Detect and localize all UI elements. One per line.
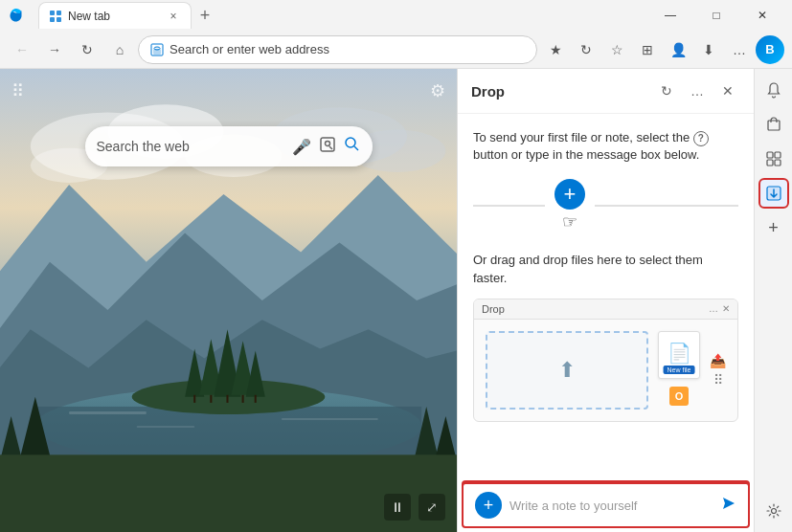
svg-rect-35 xyxy=(69,411,147,414)
search-placeholder: Search the web xyxy=(97,139,284,154)
svg-rect-47 xyxy=(767,152,773,158)
browser-frame: New tab × + — □ ✕ ← → ↻ ⌂ Search or ente… xyxy=(0,0,792,532)
mini-close-icon[interactable]: ✕ xyxy=(722,303,730,314)
browser-controls xyxy=(8,7,25,24)
drop-close-button[interactable]: ✕ xyxy=(715,78,740,103)
svg-rect-37 xyxy=(137,426,195,428)
favorites-button[interactable]: ★ xyxy=(541,35,570,64)
expand-button[interactable]: ⤢ xyxy=(419,494,445,521)
mini-orange-icon: O xyxy=(666,383,692,410)
drag-drop-instruction: Or drag and drop files here to select th… xyxy=(473,252,738,286)
sidebar-bell-button[interactable] xyxy=(758,75,789,105)
close-button[interactable]: ✕ xyxy=(740,0,784,31)
search-icons: 🎤 xyxy=(292,136,361,157)
svg-rect-25 xyxy=(193,395,195,403)
note-send-button[interactable] xyxy=(721,496,736,515)
page-settings-button[interactable]: ⚙ xyxy=(430,80,445,101)
page-bottom-controls: ⏸ ⤢ xyxy=(384,494,445,521)
mini-dashed-drop-area[interactable]: ⬆ xyxy=(486,331,648,410)
drop-add-area: + ☞ xyxy=(473,179,738,233)
drag-text: Or drag and drop files here to select th… xyxy=(473,253,703,284)
sidebar-drop-button[interactable] xyxy=(758,178,789,209)
back-button[interactable]: ← xyxy=(8,35,36,64)
refresh-nav-button[interactable]: ↻ xyxy=(572,35,600,64)
svg-rect-36 xyxy=(282,418,378,420)
svg-rect-6 xyxy=(153,49,161,55)
downloads-button[interactable]: ⬇ xyxy=(694,35,723,64)
svg-rect-2 xyxy=(50,17,55,22)
right-panel: Drop ↻ … ✕ To send your first file or no… xyxy=(457,69,754,532)
new-tab-button[interactable]: + xyxy=(192,2,218,29)
drop-title: Drop xyxy=(471,83,646,100)
search-submit-icon[interactable] xyxy=(344,136,361,157)
title-bar: New tab × + — □ ✕ xyxy=(0,0,792,31)
pause-button[interactable]: ⏸ xyxy=(384,494,411,521)
drop-add-button[interactable]: + xyxy=(554,179,585,210)
svg-rect-3 xyxy=(57,17,61,22)
svg-rect-28 xyxy=(242,395,244,403)
tab-strip: New tab × + xyxy=(31,2,643,29)
instruction-text2: button or type in the message box below. xyxy=(473,147,699,162)
address-text[interactable]: Search or enter web address xyxy=(170,42,525,56)
maximize-button[interactable]: □ xyxy=(694,0,738,31)
drop-body: To send your first file or note, select … xyxy=(458,114,754,478)
mini-drop-body: ⬆ 📄 New file xyxy=(474,320,737,421)
tab-close-btn[interactable]: × xyxy=(166,9,181,24)
svg-marker-45 xyxy=(723,498,735,509)
apps-grid-button[interactable]: ⠿ xyxy=(11,80,24,101)
mini-word-file: 📄 New file xyxy=(658,331,700,379)
svg-rect-1 xyxy=(57,11,61,15)
drop-instruction: To send your first file or note, select … xyxy=(473,129,738,164)
help-circle-icon[interactable]: ? xyxy=(693,131,709,146)
sidebar-shopping-button[interactable] xyxy=(758,109,789,140)
drop-header-icons: ↻ … ✕ xyxy=(654,78,740,103)
sidebar-extensions-button[interactable] xyxy=(758,144,789,174)
svg-point-39 xyxy=(325,142,329,146)
sidebar-add-button[interactable]: + xyxy=(758,212,789,243)
note-input-area[interactable]: + Write a note to yourself xyxy=(462,482,750,528)
mini-drop-title: Drop xyxy=(482,303,701,315)
tab-favicon xyxy=(49,10,62,23)
page-top-left: ⠿ xyxy=(11,80,24,101)
main-content: ⠿ ⚙ Search the web 🎤 xyxy=(0,69,792,532)
voice-search-icon[interactable]: 🎤 xyxy=(292,138,311,156)
active-tab[interactable]: New tab × xyxy=(38,2,192,29)
collections-button[interactable]: ⊞ xyxy=(633,35,662,64)
favorites-star-button[interactable]: ☆ xyxy=(602,35,631,64)
search-bar[interactable]: Search the web 🎤 xyxy=(85,126,373,166)
right-sidebar: + xyxy=(754,69,792,532)
mini-drop-header: Drop … ✕ xyxy=(474,299,737,320)
forward-button[interactable]: → xyxy=(40,35,69,64)
minimize-button[interactable]: — xyxy=(648,0,692,31)
svg-line-42 xyxy=(354,146,358,150)
svg-rect-29 xyxy=(255,395,257,403)
svg-rect-26 xyxy=(210,395,212,403)
drop-more-button[interactable]: … xyxy=(685,78,710,103)
svg-rect-50 xyxy=(775,160,781,166)
new-tab-search-area: Search the web 🎤 xyxy=(85,126,373,166)
nav-right-icons: ★ ↻ ☆ ⊞ 👤 ⬇ … B xyxy=(541,35,784,64)
svg-point-52 xyxy=(771,509,776,514)
visual-search-icon[interactable] xyxy=(319,136,336,157)
note-add-button[interactable]: + xyxy=(475,492,502,519)
refresh-button[interactable]: ↻ xyxy=(73,35,102,64)
cursor-icon: ☞ xyxy=(562,211,577,233)
window-controls: — □ ✕ xyxy=(648,0,784,31)
profile-button[interactable]: 👤 xyxy=(664,35,692,64)
mini-sidebar-drop-icon: 📤 xyxy=(710,353,726,368)
drop-header: Drop ↻ … ✕ xyxy=(458,69,754,114)
bing-copilot-button[interactable]: B xyxy=(756,35,784,64)
sidebar-settings-button[interactable] xyxy=(758,496,789,526)
svg-rect-0 xyxy=(50,11,55,15)
mini-drop-header-icons: … ✕ xyxy=(709,303,730,314)
home-button[interactable]: ⌂ xyxy=(105,35,134,64)
drop-refresh-button[interactable]: ↻ xyxy=(654,78,679,103)
mini-side-icons: 📤 ⠿ xyxy=(710,331,726,410)
mini-more-icon[interactable]: … xyxy=(709,303,718,314)
note-input-field[interactable]: Write a note to yourself xyxy=(509,499,713,513)
new-file-label: New file xyxy=(664,366,695,374)
address-bar[interactable]: Search or enter web address xyxy=(138,35,537,64)
mini-sidebar-apps-icon: ⠿ xyxy=(713,372,723,388)
svg-rect-48 xyxy=(775,152,781,158)
more-menu-button[interactable]: … xyxy=(725,35,754,64)
